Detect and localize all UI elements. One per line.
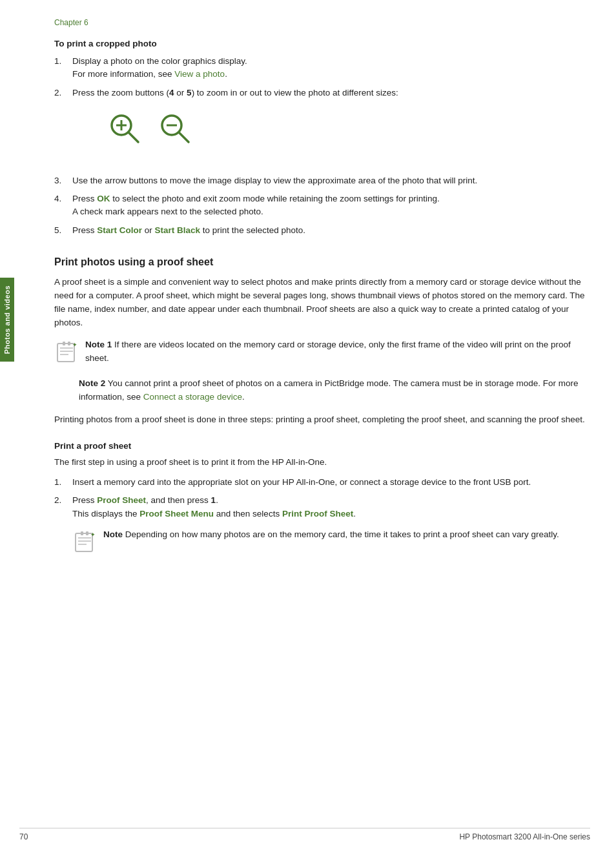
- section2-heading: Print photos using a proof sheet: [54, 256, 590, 268]
- note2-text: Note 2 You cannot print a proof sheet of…: [79, 377, 590, 404]
- step-num: 1.: [54, 476, 72, 489]
- page-wrapper: Photos and videos Chapter 6 To print a c…: [0, 0, 616, 853]
- section2-body2: Printing photos from a proof sheet is do…: [54, 413, 590, 427]
- step-num: 4.: [54, 192, 72, 219]
- inner-note-label: Note: [103, 529, 123, 539]
- svg-rect-11: [63, 342, 65, 345]
- step-text: Press Start Color or Start Black to prin…: [72, 225, 305, 235]
- step-text: Press the zoom buttons (4 or 5) to zoom …: [72, 88, 398, 98]
- step-content: Press Start Color or Start Black to prin…: [72, 224, 590, 237]
- proof-sheet-menu-label: Proof Sheet Menu: [139, 509, 214, 519]
- view-photo-link[interactable]: View a photo: [174, 69, 225, 79]
- step-num: 5.: [54, 224, 72, 237]
- subsection-title: Print a proof sheet: [54, 441, 590, 451]
- svg-text:✦: ✦: [90, 531, 96, 538]
- note1-icon: ✦: [54, 338, 79, 368]
- note1-content: If there are videos located on the memor…: [85, 340, 571, 363]
- ok-label: OK: [97, 194, 110, 203]
- note1-label: Note 1: [85, 340, 112, 349]
- zoom-out-icon: [158, 111, 192, 146]
- inner-note-icon: ✦: [72, 528, 97, 560]
- note-icon-svg: ✦: [54, 340, 79, 364]
- list-item: 2. Press Proof Sheet, and then press 1. …: [54, 494, 590, 569]
- step-num: 2.: [54, 87, 72, 169]
- chapter-label: Chapter 6: [54, 18, 590, 27]
- step-content: Insert a memory card into the appropriat…: [72, 476, 590, 489]
- section1-title: To print a cropped photo: [54, 39, 590, 48]
- svg-line-3: [128, 132, 138, 142]
- main-content: Chapter 6 To print a cropped photo 1. Di…: [19, 0, 590, 853]
- num-1-label: 1: [211, 495, 216, 505]
- note2-label: Note 2: [79, 378, 105, 388]
- proof-sheet-label: Proof Sheet: [97, 495, 146, 505]
- print-proof-sheet-label: Print Proof Sheet: [282, 509, 353, 519]
- inner-note-icon-svg: ✦: [72, 529, 97, 554]
- section1-steps: 1. Display a photo on the color graphics…: [54, 55, 590, 237]
- connect-storage-link[interactable]: Connect a storage device: [143, 392, 242, 402]
- step-content: Press the zoom buttons (4 or 5) to zoom …: [72, 87, 590, 169]
- footer-product-title: HP Photosmart 3200 All-in-One series: [459, 832, 590, 841]
- start-black-label: Start Black: [155, 225, 201, 235]
- list-item: 3. Use the arrow buttons to move the ima…: [54, 174, 590, 187]
- page-footer: 70 HP Photosmart 3200 All-in-One series: [19, 828, 590, 841]
- step-content: Use the arrow buttons to move the image …: [72, 174, 590, 187]
- list-item: 4. Press OK to select the photo and exit…: [54, 192, 590, 219]
- step-text: Insert a memory card into the appropriat…: [72, 477, 531, 487]
- step-text: Use the arrow buttons to move the image …: [72, 176, 477, 185]
- list-item: 1. Display a photo on the color graphics…: [54, 55, 590, 81]
- svg-line-6: [179, 132, 189, 142]
- note1-box: ✦ Note 1 If there are videos located on …: [54, 338, 590, 368]
- step-text: Press OK to select the photo and exit zo…: [72, 194, 440, 216]
- bold-4: 4: [169, 88, 174, 98]
- list-item: 5. Press Start Color or Start Black to p…: [54, 224, 590, 237]
- inner-note-text: Note Depending on how many photos are on…: [103, 528, 559, 560]
- start-color-label: Start Color: [97, 225, 142, 235]
- note2-after: .: [242, 392, 245, 402]
- section2-body1: A proof sheet is a simple and convenient…: [54, 276, 590, 330]
- note2-box: Note 2 You cannot print a proof sheet of…: [79, 377, 590, 404]
- svg-text:✦: ✦: [72, 342, 77, 348]
- bold-5: 5: [187, 88, 192, 98]
- note1-text: Note 1 If there are videos located on th…: [85, 338, 590, 368]
- step-num: 1.: [54, 55, 72, 81]
- subsection-body: The first step in using a proof sheet is…: [54, 456, 590, 469]
- svg-rect-19: [86, 531, 88, 535]
- step-num: 3.: [54, 174, 72, 187]
- subsection-steps: 1. Insert a memory card into the appropr…: [54, 476, 590, 569]
- footer-page-num: 70: [19, 832, 28, 841]
- section2-title: Print photos using a proof sheet: [54, 256, 590, 268]
- inner-note-content: Depending on how many photos are on the …: [123, 529, 559, 539]
- step-content: Press OK to select the photo and exit zo…: [72, 192, 590, 219]
- step-text: Press Proof Sheet, and then press 1. Thi…: [72, 495, 356, 518]
- zoom-icons-area: [107, 111, 590, 158]
- svg-rect-18: [81, 531, 83, 535]
- sidebar-tab: Photos and videos: [0, 278, 14, 362]
- inner-note-box: ✦ Note Depending on how many photos are …: [72, 528, 590, 560]
- step-content: Display a photo on the color graphics di…: [72, 55, 590, 81]
- step-num: 2.: [54, 494, 72, 569]
- list-item: 2. Press the zoom buttons (4 or 5) to zo…: [54, 87, 590, 169]
- list-item: 1. Insert a memory card into the appropr…: [54, 476, 590, 489]
- sidebar-tab-label: Photos and videos: [3, 285, 11, 354]
- zoom-in-icon: [107, 111, 142, 146]
- step-text: Display a photo on the color graphics di…: [72, 56, 247, 79]
- step-content: Press Proof Sheet, and then press 1. Thi…: [72, 494, 590, 569]
- svg-rect-12: [68, 342, 70, 345]
